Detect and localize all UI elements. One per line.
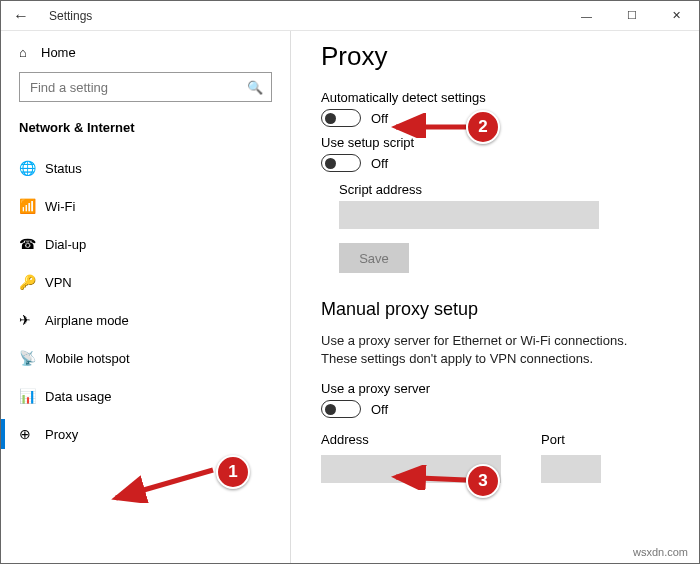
data-icon	[19, 388, 45, 404]
hotspot-icon	[19, 350, 45, 366]
sidebar-item-label: Dial-up	[45, 237, 86, 252]
port-label: Port	[541, 432, 601, 447]
proxy-icon	[19, 426, 45, 442]
setup-script-toggle[interactable]	[321, 154, 361, 172]
page-title: Proxy	[321, 41, 669, 72]
sidebar-item-vpn[interactable]: VPN	[19, 263, 272, 301]
globe-icon	[19, 160, 45, 176]
script-address-label: Script address	[339, 182, 669, 197]
use-proxy-toggle[interactable]	[321, 400, 361, 418]
sidebar-item-dial-up[interactable]: Dial-up	[19, 225, 272, 263]
titlebar: ← Settings	[1, 1, 699, 31]
manual-description: Use a proxy server for Ethernet or Wi-Fi…	[321, 332, 641, 367]
content-area: Home 🔍 Network & Internet StatusWi-FiDia…	[1, 31, 699, 563]
svg-line-2	[396, 477, 466, 480]
annotation-badge-1: 1	[216, 455, 250, 489]
sidebar-item-data-usage[interactable]: Data usage	[19, 377, 272, 415]
use-proxy-label: Use a proxy server	[321, 381, 669, 396]
port-input[interactable]	[541, 455, 601, 483]
sidebar-item-label: Airplane mode	[45, 313, 129, 328]
watermark: wsxdn.com	[633, 546, 688, 558]
sidebar-item-label: Proxy	[45, 427, 78, 442]
auto-detect-state: Off	[371, 111, 388, 126]
annotation-badge-3: 3	[466, 464, 500, 498]
sidebar-item-mobile-hotspot[interactable]: Mobile hotspot	[19, 339, 272, 377]
window-controls	[564, 1, 699, 31]
setup-script-state: Off	[371, 156, 388, 171]
wifi-icon	[19, 198, 45, 214]
sidebar-item-label: Status	[45, 161, 82, 176]
sidebar-item-wi-fi[interactable]: Wi-Fi	[19, 187, 272, 225]
manual-heading: Manual proxy setup	[321, 299, 669, 320]
svg-line-0	[116, 470, 213, 498]
use-proxy-state: Off	[371, 402, 388, 417]
sidebar-item-status[interactable]: Status	[19, 149, 272, 187]
plane-icon	[19, 312, 45, 328]
vpn-icon	[19, 274, 45, 290]
home-label: Home	[41, 45, 76, 60]
address-label: Address	[321, 432, 501, 447]
sidebar-item-label: Wi-Fi	[45, 199, 75, 214]
search-box[interactable]: 🔍	[19, 72, 272, 102]
annotation-badge-2: 2	[466, 110, 500, 144]
nav-list: StatusWi-FiDial-upVPNAirplane modeMobile…	[19, 149, 272, 453]
auto-detect-toggle[interactable]	[321, 109, 361, 127]
annotation-arrow-1	[108, 448, 218, 503]
back-button[interactable]: ←	[1, 7, 41, 25]
sidebar-item-label: Data usage	[45, 389, 112, 404]
settings-window: ← Settings Home 🔍 Network & Internet Sta…	[0, 0, 700, 564]
annotation-arrow-3	[390, 465, 470, 490]
window-title: Settings	[41, 9, 564, 23]
minimize-button[interactable]	[564, 1, 609, 31]
save-button[interactable]: Save	[339, 243, 409, 273]
home-link[interactable]: Home	[19, 45, 272, 60]
search-icon: 🔍	[247, 80, 263, 95]
dial-icon	[19, 236, 45, 252]
home-icon	[19, 45, 41, 60]
maximize-button[interactable]	[609, 1, 654, 31]
sidebar-item-airplane-mode[interactable]: Airplane mode	[19, 301, 272, 339]
search-input[interactable]	[28, 79, 247, 96]
close-button[interactable]	[654, 1, 699, 31]
category-title: Network & Internet	[19, 120, 272, 135]
annotation-arrow-2	[390, 113, 470, 138]
sidebar-item-label: VPN	[45, 275, 72, 290]
script-address-input[interactable]	[339, 201, 599, 229]
sidebar-item-label: Mobile hotspot	[45, 351, 130, 366]
auto-detect-label: Automatically detect settings	[321, 90, 669, 105]
